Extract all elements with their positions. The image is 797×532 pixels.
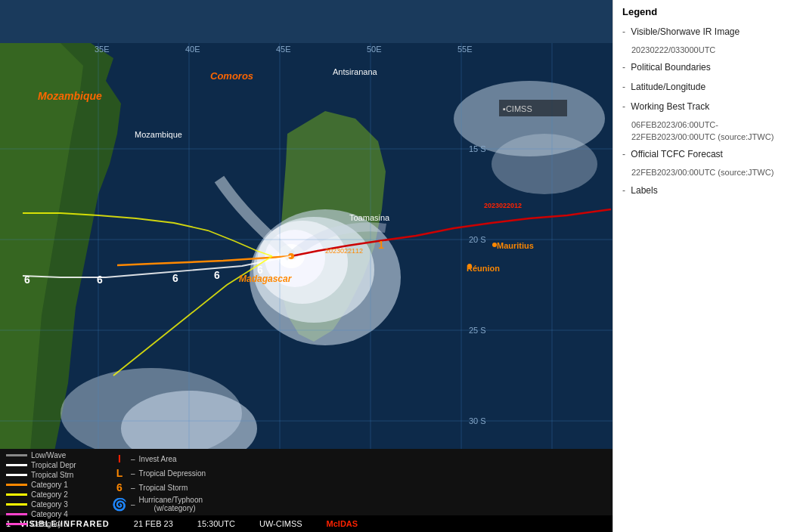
svg-text:Toamasina: Toamasina xyxy=(349,213,390,222)
svg-text:6: 6 xyxy=(24,274,30,286)
svg-text:30 S: 30 S xyxy=(469,416,486,425)
svg-text:45E: 45E xyxy=(276,45,291,54)
legend-labels: - Labels xyxy=(622,184,788,197)
legend-invest: I – Invest Area xyxy=(112,453,206,465)
svg-text:1: 1 xyxy=(378,239,384,251)
legend-bt-date2: 22FEB2023/00:00UTC (source:JTWC) xyxy=(631,131,788,143)
svg-text:▪CIMSS: ▪CIMSS xyxy=(503,104,532,113)
svg-text:35E: 35E xyxy=(95,45,110,54)
legend-cat2: Category 2 xyxy=(6,490,89,499)
svg-text:40E: 40E xyxy=(185,45,200,54)
legend-cat5: Category 5 xyxy=(6,520,89,528)
legend-best-track: - Working Best Track xyxy=(622,100,788,113)
svg-point-9 xyxy=(492,134,597,194)
svg-text:6: 6 xyxy=(97,274,103,286)
svg-text:2023022112: 2023022112 xyxy=(325,247,363,255)
legend-title: Legend xyxy=(622,6,788,17)
legend-tropical-strn: Tropical Strn xyxy=(6,471,89,479)
legend-tropical-depr: Tropical Depr xyxy=(6,461,89,469)
legend-visible-ir: - Visible/Shorwave IR Image xyxy=(622,25,788,39)
svg-point-49 xyxy=(467,264,472,268)
legend-political: - Political Boundaries xyxy=(622,60,788,74)
main-container: 35E 40E 45E 50E 55E 15 S 20 S 25 S 30 S … xyxy=(0,0,797,532)
svg-point-48 xyxy=(492,243,497,247)
legend-low-wave: Low/Wave xyxy=(6,451,89,459)
legend-panel: Legend - Visible/Shorwave IR Image 20230… xyxy=(612,0,797,532)
legend-tcfc: - Official TCFC Forecast xyxy=(622,147,788,161)
legend-tcfc-date: 22FEB2023/00:00UTC (source:JTWC) xyxy=(631,167,788,178)
svg-text:15 S: 15 S xyxy=(469,144,486,153)
legend-cat4: Category 4 xyxy=(6,510,89,518)
legend-hurricane-sym: 🌀 – Hurricane/Typhoon(w/category) xyxy=(112,496,206,512)
svg-text:6: 6 xyxy=(172,272,178,284)
svg-text:Mozambique: Mozambique xyxy=(38,90,102,102)
legend-cat3: Category 3 xyxy=(6,500,89,509)
svg-text:25 S: 25 S xyxy=(469,326,486,335)
svg-text:Madagascar: Madagascar xyxy=(239,274,293,284)
svg-text:Antsiranana: Antsiranana xyxy=(333,67,378,76)
map-area: 35E 40E 45E 50E 55E 15 S 20 S 25 S 30 S … xyxy=(0,0,612,532)
svg-text:20 S: 20 S xyxy=(469,235,486,244)
legend-tropical-dep-sym: L – Tropical Depression xyxy=(112,467,206,479)
svg-text:50E: 50E xyxy=(367,45,382,54)
svg-text:Mauritius: Mauritius xyxy=(497,241,534,250)
svg-text:6: 6 xyxy=(214,269,220,281)
legend-latlng: - Latitude/Longitude xyxy=(622,80,788,94)
legend-tropical-storm-sym: 6 – Tropical Storm xyxy=(112,481,206,493)
svg-text:2023022012: 2023022012 xyxy=(484,202,522,209)
legend-vis-date: 20230222/033000UTC xyxy=(631,45,788,56)
svg-text:Comoros: Comoros xyxy=(210,70,253,82)
legend-bt-date1: 06FEB2023/06:00UTC- xyxy=(631,119,788,131)
svg-text:55E: 55E xyxy=(457,45,473,54)
svg-text:Mozambique: Mozambique xyxy=(135,130,182,139)
legend-cat1: Category 1 xyxy=(6,481,89,489)
